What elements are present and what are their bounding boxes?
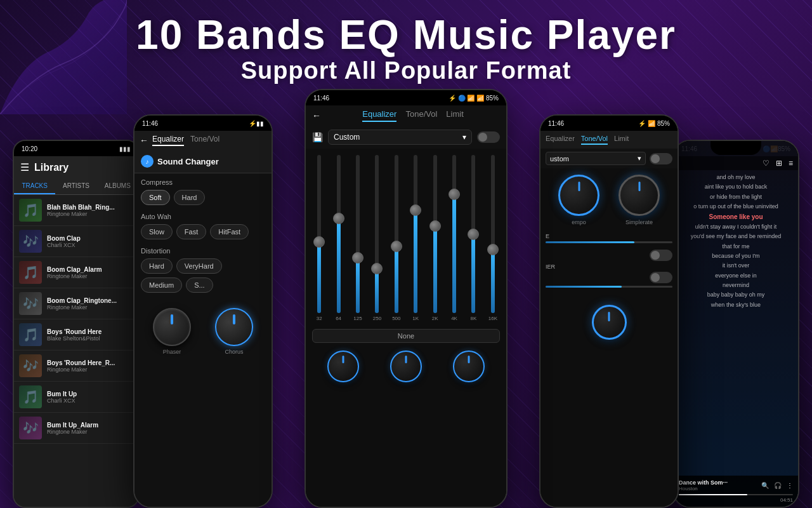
tab-limit-3[interactable]: Limit bbox=[446, 109, 463, 122]
eq-toggle-3[interactable] bbox=[477, 131, 500, 143]
tempo-knob[interactable] bbox=[558, 175, 599, 216]
album-art: 🎶 bbox=[19, 417, 42, 439]
library-topbar: ☰ Library bbox=[14, 156, 138, 178]
list-item[interactable]: 🎶 Bum It Up_Alarm Ringtone Maker bbox=[14, 413, 138, 444]
phone-tonevol: 11:46 ⚡ 📶 85% Equalizer Tone/Vol Limit u… bbox=[539, 114, 679, 508]
eq-track-8k[interactable] bbox=[471, 155, 475, 313]
lyrics-line: uldn't stay away I couldn't fight it bbox=[680, 222, 792, 232]
slider-track-ier[interactable] bbox=[546, 286, 672, 288]
treble-knob[interactable] bbox=[390, 351, 422, 382]
slider-track-e[interactable] bbox=[546, 241, 672, 243]
lyrics-line: and oh my love bbox=[680, 173, 792, 182]
tab-tonevol-4[interactable]: Tone/Vol bbox=[581, 135, 608, 145]
phone-tonevol-content: 11:46 ⚡ 📶 85% Equalizer Tone/Vol Limit u… bbox=[540, 116, 678, 507]
eq-thumb-250[interactable] bbox=[371, 263, 383, 274]
list-item[interactable]: 🎵 Boom Clap_Alarm Ringtone Maker bbox=[14, 257, 138, 288]
status-icons-2: ⚡▮▮ bbox=[249, 120, 264, 127]
simplerate-knob-wrap: Simplerate bbox=[619, 175, 660, 225]
album-art: 🎵 bbox=[19, 199, 42, 222]
lyrics-bottom-bar: Dance with Som··· Houston 🔍 🎧 ⋮ 04:51 bbox=[674, 476, 798, 507]
eq-thumb-125[interactable] bbox=[352, 252, 363, 264]
phone-library: 10:20 ▮▮▮ ☰ Library TRACKS ARTISTS ALBUM… bbox=[13, 140, 140, 508]
eq-track-64[interactable] bbox=[337, 155, 341, 313]
compress-hard-btn[interactable]: Hard bbox=[174, 190, 206, 205]
eq-icon[interactable]: ⊞ bbox=[776, 159, 782, 168]
search-icon[interactable]: 🔍 bbox=[761, 482, 769, 489]
dist-hard-btn[interactable]: Hard bbox=[141, 258, 173, 274]
eq-track-32[interactable] bbox=[317, 155, 321, 313]
eq-thumb-64[interactable] bbox=[333, 213, 344, 224]
wah-hitfast-btn[interactable]: HitFast bbox=[210, 224, 249, 239]
tab-albums[interactable]: ALBUMS bbox=[97, 178, 138, 194]
progress-fill-5 bbox=[679, 494, 747, 495]
tab-tracks[interactable]: TRACKS bbox=[14, 178, 55, 194]
more-icon[interactable]: ⋮ bbox=[787, 482, 793, 489]
back-button-2[interactable]: ← bbox=[140, 135, 148, 145]
dist-medium-btn[interactable]: Medium bbox=[141, 277, 182, 293]
preset-select-3[interactable]: Custom ▾ bbox=[328, 130, 472, 145]
compress-section: Compress Soft Hard bbox=[134, 173, 272, 208]
phone-equalizer: 11:46 ⚡ 🔵 📶 📶 85% ← Equalizer Tone/Vol L… bbox=[304, 89, 508, 508]
progress-bar-5[interactable] bbox=[679, 494, 793, 495]
dist-s-btn[interactable]: S... bbox=[186, 277, 213, 293]
dist-veryhard-btn[interactable]: VeryHard bbox=[176, 258, 222, 274]
playlist-icon[interactable]: ≡ bbox=[789, 159, 793, 168]
tab-equalizer-4[interactable]: Equalizer bbox=[546, 135, 575, 145]
eq-band-16k: 16K bbox=[485, 155, 501, 321]
eq-track-500[interactable] bbox=[395, 155, 398, 313]
eq-fill-32 bbox=[317, 242, 321, 313]
eq-thumb-16k[interactable] bbox=[487, 244, 499, 255]
simplerate-knob[interactable] bbox=[619, 175, 660, 216]
bottom-knob-4[interactable] bbox=[592, 305, 627, 340]
list-item[interactable]: 🎶 Boom Clap Charli XCX bbox=[14, 226, 138, 257]
song-artist: Charli XCX bbox=[47, 242, 133, 248]
tab-tonevol-2[interactable]: Tone/Vol bbox=[190, 135, 219, 146]
list-item[interactable]: 🎶 Boys 'Round Here_R... Ringtone Maker bbox=[14, 351, 138, 382]
eq-track-2k[interactable] bbox=[433, 155, 437, 313]
eq-track-4k[interactable] bbox=[452, 155, 456, 313]
compress-soft-btn[interactable]: Soft bbox=[141, 190, 170, 205]
tab-tonevol-3[interactable]: Tone/Vol bbox=[405, 109, 437, 122]
menu-icon[interactable]: ☰ bbox=[20, 161, 29, 173]
bass-knob[interactable] bbox=[327, 351, 359, 382]
tab-equalizer-2[interactable]: Equalizer bbox=[152, 135, 184, 146]
ier-toggle[interactable] bbox=[650, 272, 672, 283]
eq-thumb-2k[interactable] bbox=[429, 220, 441, 232]
tab-limit-4[interactable]: Limit bbox=[614, 135, 629, 145]
back-button-3[interactable]: ← bbox=[312, 110, 321, 121]
eq-thumb-1k[interactable] bbox=[410, 204, 421, 216]
eq-track-125[interactable] bbox=[356, 155, 360, 313]
wah-fast-btn[interactable]: Fast bbox=[176, 224, 206, 239]
p4-preset-select[interactable]: ustom ▾ bbox=[546, 152, 646, 165]
np-info: Dance with Som··· Houston bbox=[679, 479, 757, 491]
p4-toggle[interactable] bbox=[650, 153, 672, 164]
heart-icon[interactable]: ♡ bbox=[763, 159, 769, 168]
wah-slow-btn[interactable]: Slow bbox=[141, 224, 173, 239]
slider-e-toggle[interactable] bbox=[650, 250, 672, 261]
chorus-knob[interactable] bbox=[215, 308, 253, 346]
eq-fill-16k bbox=[491, 250, 495, 313]
eq-thumb-4k[interactable] bbox=[449, 189, 460, 200]
tab-artists[interactable]: ARTISTS bbox=[55, 178, 96, 194]
eq-thumb-32[interactable] bbox=[313, 236, 325, 248]
mid-knob[interactable] bbox=[453, 351, 485, 382]
p3-tabs: Equalizer Tone/Vol Limit bbox=[326, 109, 500, 122]
eq-track-250[interactable] bbox=[375, 155, 379, 313]
list-item[interactable]: 🎵 Bum It Up Charli XCX bbox=[14, 382, 138, 413]
eq-band-125: 125 bbox=[350, 155, 366, 321]
eq-thumb-8k[interactable] bbox=[468, 229, 479, 240]
time-4: 11:46 bbox=[548, 120, 564, 127]
list-item[interactable]: 🎶 Boom Clap_Ringtone... Ringtone Maker bbox=[14, 288, 138, 319]
phaser-knob[interactable] bbox=[153, 308, 191, 346]
tab-equalizer-3[interactable]: Equalizer bbox=[362, 109, 396, 122]
save-icon[interactable]: 💾 bbox=[312, 132, 323, 142]
time-2: 11:46 bbox=[142, 120, 158, 127]
headphones-icon[interactable]: 🎧 bbox=[774, 482, 782, 489]
eq-track-1k[interactable] bbox=[414, 155, 417, 313]
list-item[interactable]: 🎵 Blah Blah Blah_Ring... Ringtone Maker bbox=[14, 195, 138, 226]
p4-tabs: Equalizer Tone/Vol Limit bbox=[546, 135, 629, 145]
eq-track-16k[interactable] bbox=[491, 155, 495, 313]
reverb-select[interactable]: None bbox=[312, 329, 500, 343]
list-item[interactable]: 🎵 Boys 'Round Here Blake Shelton&Pistol bbox=[14, 319, 138, 351]
eq-thumb-500[interactable] bbox=[391, 241, 402, 252]
